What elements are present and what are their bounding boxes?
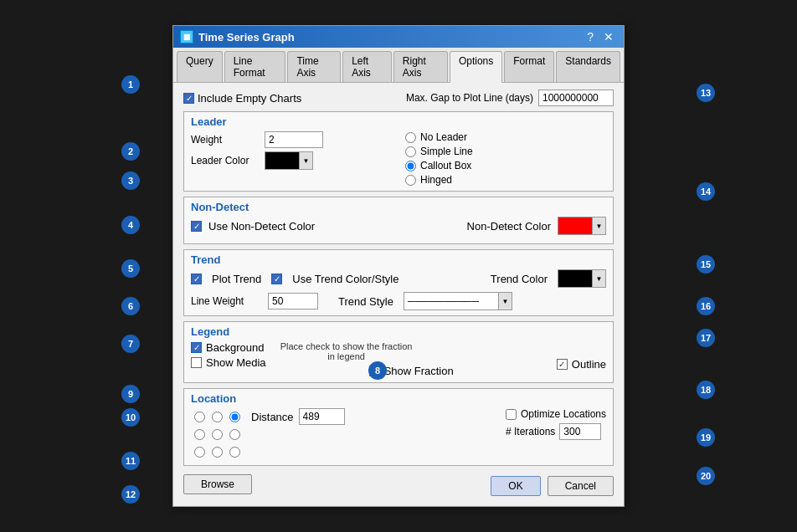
badge-4: 4 [121,216,140,234]
leader-weight-row: Weight [191,131,392,148]
background-checkbox[interactable]: ✓ [191,342,202,353]
loc-tl-radio[interactable] [194,412,205,422]
loc-radio-tl [191,408,208,425]
window-title: Time Series Graph [198,31,295,43]
tab-left-axis[interactable]: Left Axis [342,51,392,82]
badge-16: 16 [697,297,715,315]
include-empty-charts-row: ✓ Include Empty Charts [183,92,301,105]
leader-left: Weight Leader Color ▼ [191,131,392,186]
outline-row: ✓ Outline [557,358,606,371]
non-detect-row: ✓ Use Non-Detect Color Non-Detect Color … [191,217,606,235]
location-radio-grid [191,408,243,460]
no-leader-row: No Leader [405,131,473,143]
optimize-locations-checkbox[interactable] [506,409,517,420]
use-trend-color-checkbox[interactable]: ✓ [271,274,282,284]
leader-type-group: No Leader Simple Line Callout Box [405,131,473,186]
iterations-input[interactable] [559,423,601,440]
tab-line-format[interactable]: Line Format [224,51,286,82]
loc-radio-tr [226,408,243,425]
loc-radio-mr [226,426,243,442]
tab-standards[interactable]: Standards [556,51,620,82]
top-bar: ✓ Include Empty Charts Max. Gap to Plot … [183,90,614,106]
legend-content: ✓ Background Show Media Place check to s… [191,341,606,377]
max-gap-input[interactable] [538,90,614,106]
iterations-row: # Iterations [506,423,606,440]
badge-5: 5 [121,259,140,278]
loc-ml-radio[interactable] [194,429,205,440]
include-empty-charts-label: Include Empty Charts [198,92,301,105]
trend-style-select[interactable]: ────────── ▼ [404,292,512,310]
badge-20: 20 [697,467,715,485]
close-button[interactable]: ✕ [600,31,617,43]
use-non-detect-label: Use Non-Detect Color [208,220,315,233]
tab-right-axis[interactable]: Right Axis [393,51,448,82]
weight-label: Weight [191,134,258,146]
trend-color-button[interactable]: ▼ [558,269,606,288]
simple-line-radio[interactable] [405,146,416,157]
loc-br-radio[interactable] [229,447,240,458]
show-media-checkbox[interactable] [191,357,202,368]
loc-tc-radio[interactable] [212,412,223,422]
no-leader-label: No Leader [420,131,467,143]
cancel-button[interactable]: Cancel [548,476,614,496]
plot-trend-checkbox[interactable]: ✓ [191,274,202,284]
tab-options[interactable]: Options [450,51,502,83]
non-detect-color-button[interactable]: ▼ [558,217,606,235]
trend-color-label: Trend Color [491,273,548,285]
outline-label: Outline [572,358,606,371]
title-bar-left: ▦ Time Series Graph [180,30,295,43]
show-media-label: Show Media [206,356,266,369]
trend-style-value: ────────── [404,295,498,307]
app-icon: ▦ [180,30,193,43]
background-row: ✓ Background [191,341,266,354]
hinged-radio[interactable] [405,175,416,186]
browse-button[interactable]: Browse [183,474,252,494]
loc-tr-radio[interactable] [229,412,240,422]
loc-mr-radio[interactable] [229,429,240,440]
include-empty-charts-checkbox[interactable]: ✓ [183,93,194,104]
leader-color-row: Leader Color ▼ [191,151,392,170]
badge-13: 13 [697,84,715,102]
legend-note: Place check to show the fraction in lege… [280,341,414,361]
location-label: Location [191,392,606,405]
use-non-detect-checkbox[interactable]: ✓ [191,221,202,232]
help-button[interactable]: ? [584,31,597,43]
optimize-col: Optimize Locations # Iterations [506,408,606,440]
badge-10: 10 [121,408,140,427]
badge-18: 18 [697,381,715,399]
callout-box-label: Callout Box [420,160,471,171]
leader-section: Leader Weight Leader Color ▼ [183,111,614,192]
distance-row: Distance [251,408,345,425]
legend-section: Legend ✓ Background Show Media Place [183,321,614,383]
line-weight-input[interactable] [268,293,318,309]
trend-style-arrow: ▼ [498,293,512,309]
simple-line-label: Simple Line [420,146,473,157]
loc-radio-ml [191,426,208,442]
weight-input[interactable] [265,131,323,148]
leader-color-button[interactable]: ▼ [265,151,313,170]
iterations-label: # Iterations [506,426,555,437]
tab-time-axis[interactable]: Time Axis [287,51,341,82]
no-leader-radio[interactable] [405,132,416,143]
loc-bl-radio[interactable] [194,447,205,458]
tab-query[interactable]: Query [177,51,223,82]
location-row: Distance Optimize Locations # Iterations [191,408,606,460]
ok-button[interactable]: OK [491,476,540,496]
simple-line-row: Simple Line [405,146,473,157]
loc-radio-tc [208,408,225,425]
loc-mc-radio[interactable] [212,429,223,440]
distance-input[interactable] [299,408,345,425]
badge-11: 11 [121,452,140,470]
legend-label: Legend [191,325,606,338]
tab-format[interactable]: Format [504,51,554,82]
tab-bar: Query Line Format Time Axis Left Axis Ri… [173,48,624,83]
callout-box-radio[interactable] [405,161,416,171]
trend-style-label: Trend Style [338,295,393,308]
outline-checkbox[interactable]: ✓ [557,359,568,370]
loc-bc-radio[interactable] [212,447,223,458]
badge-2: 2 [121,142,140,161]
location-section: Location [183,388,614,466]
max-gap-row: Max. Gap to Plot Line (days) [406,90,614,106]
distance-label: Distance [251,411,294,423]
badge-17: 17 [697,329,715,347]
